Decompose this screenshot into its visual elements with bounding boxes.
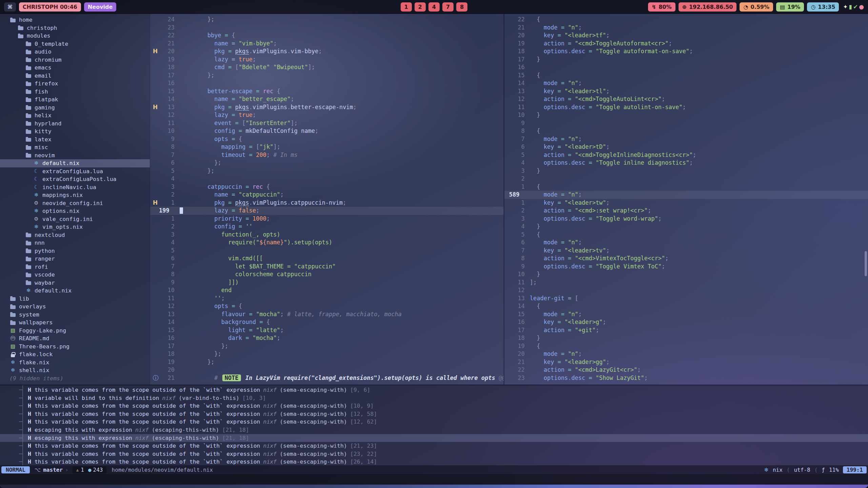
code-line[interactable]: 21 name = "vim-bbye";: [150, 40, 504, 48]
tree-file[interactable]: ❄mappings.nix: [0, 191, 150, 199]
tree-folder[interactable]: kitty: [0, 127, 150, 136]
tree-file[interactable]: ⓜREADME.md: [0, 334, 150, 343]
code-line[interactable]: 20 mode = "n";: [504, 350, 868, 358]
app-badge[interactable]: Neovide: [84, 2, 116, 12]
code-line[interactable]: 7 let $BAT_THEME = "catppuccin": [150, 263, 504, 271]
code-line[interactable]: 9: [504, 119, 868, 127]
code-line[interactable]: 14 mode = "n";: [504, 79, 868, 87]
code-line[interactable]: 19 action = "<cmd>ToggleAutoformat<cr>";: [504, 40, 868, 48]
tree-file[interactable]: ▨Foggy-Lake.png: [0, 327, 150, 335]
code-line[interactable]: 3 }: [504, 167, 868, 175]
code-line[interactable]: 9 opts = {: [150, 135, 504, 143]
network-widget[interactable]: ⊕192.168.86.50: [679, 2, 737, 12]
tree-folder[interactable]: python: [0, 247, 150, 255]
code-line[interactable]: 14 background = {: [150, 318, 504, 326]
tree-folder[interactable]: flatpak: [0, 96, 150, 104]
code-line[interactable]: 15 mode = "n";: [504, 310, 868, 319]
tree-folder[interactable]: overlays: [0, 303, 150, 311]
code-line[interactable]: 8 {: [504, 127, 868, 135]
code-line[interactable]: 1 priority = 1000;: [150, 215, 504, 223]
code-line[interactable]: 8 mapping = ["jk"];: [150, 143, 504, 151]
code-line[interactable]: 10 }: [504, 111, 868, 119]
scrollbar-thumb[interactable]: [865, 251, 867, 276]
tree-folder[interactable]: wallpapers: [0, 319, 150, 327]
code-line[interactable]: 15 {: [504, 72, 868, 80]
code-line[interactable]: 4 require("${name}").setup(opts): [150, 239, 504, 247]
code-line[interactable]: 2 config = '': [150, 223, 504, 231]
check-tray-icon[interactable]: ✔: [853, 3, 858, 10]
quickfix-item[interactable]: ─Hvariable will bind to this definitionn…: [0, 394, 868, 402]
code-line[interactable]: 22 action = "<cmd>LazyGit<cr>";: [504, 366, 868, 374]
tree-folder[interactable]: email: [0, 72, 150, 80]
tree-file[interactable]: ⚙vale_config.ini: [0, 215, 150, 223]
code-line[interactable]: 15 light = "latte";: [150, 326, 504, 334]
quickfix-item[interactable]: ─Hthis variable comes from the scope out…: [0, 386, 868, 394]
code-line[interactable]: 16: [150, 79, 504, 87]
code-line[interactable]: 19 lazy = true;: [150, 56, 504, 64]
tree-folder[interactable]: misc: [0, 143, 150, 151]
tree-file[interactable]: ❄default.nix: [0, 159, 150, 167]
code-line[interactable]: 10 config = mkDefaultConfig name;: [150, 127, 504, 135]
code-line[interactable]: 19 };: [150, 358, 504, 366]
cpu-widget[interactable]: ◔0.59%: [740, 2, 773, 12]
tree-file[interactable]: ❄flake.nix: [0, 359, 150, 367]
clock-widget[interactable]: ◷13:35: [807, 2, 839, 12]
code-line[interactable]: 12 action = "<cmd>ToggleAutoLint<cr>";: [504, 95, 868, 103]
tree-folder[interactable]: waybar: [0, 279, 150, 287]
code-line[interactable]: 7 timeout = 200; # In ms: [150, 151, 504, 159]
quickfix-item[interactable]: ─Hescaping this with expressionnixf(esca…: [0, 426, 868, 434]
tree-folder[interactable]: lib: [0, 295, 150, 303]
code-line[interactable]: 11 event = ["InsertEnter"];: [150, 119, 504, 127]
code-line[interactable]: 9 ]]): [150, 279, 504, 287]
code-line[interactable]: 16 dark = "mocha";: [150, 334, 504, 342]
code-line[interactable]: 5: [150, 247, 504, 255]
code-line[interactable]: 10 end: [150, 286, 504, 294]
code-line[interactable]: 18 }: [504, 334, 868, 342]
tree-file[interactable]: ☾extraConfigLuaPost.lua: [0, 175, 150, 183]
code-line[interactable]: 7 mode = "n";: [504, 135, 868, 143]
code-line[interactable]: 8 colorscheme catppuccin: [150, 270, 504, 279]
code-line[interactable]: H20 pkg = pkgs.vimPlugins.vim-bbye;: [150, 47, 504, 56]
code-line[interactable]: 5 action = "<cmd>ToggleInlineDiagnostics…: [504, 151, 868, 159]
code-line[interactable]: 199 lazy = false;: [150, 207, 504, 215]
code-line[interactable]: 1 key = "<leader>tw";: [504, 199, 868, 207]
code-line[interactable]: 1 {: [504, 183, 868, 191]
window-tab[interactable]: 4: [428, 2, 440, 12]
quickfix-item[interactable]: ─Hthis variable comes from the scope out…: [0, 458, 868, 465]
tree-folder[interactable]: fish: [0, 88, 150, 96]
code-line[interactable]: 13leader-git = [: [504, 294, 868, 303]
code-line[interactable]: 7 key = "<leader>tv";: [504, 247, 868, 255]
tree-folder[interactable]: latex: [0, 136, 150, 144]
code-line[interactable]: 15 better-escape = rec {: [150, 87, 504, 96]
tree-folder[interactable]: rofi: [0, 263, 150, 271]
tree-file[interactable]: ☾extraConfigLua.lua: [0, 167, 150, 176]
code-line[interactable]: 3 catppuccin = rec {: [150, 183, 504, 191]
code-line[interactable]: H13 pkg = pkgs.vimPlugins.better-escape-…: [150, 103, 504, 111]
code-line[interactable]: 4 options.desc = "Toggle inline diagnost…: [504, 159, 868, 167]
code-line[interactable]: 11];: [504, 279, 868, 287]
tree-file[interactable]: ❄options.nix: [0, 207, 150, 215]
tree-folder[interactable]: firefox: [0, 80, 150, 88]
window-tab[interactable]: 1: [401, 2, 412, 12]
code-line[interactable]: 17 };: [150, 72, 504, 80]
tree-folder[interactable]: gaming: [0, 104, 150, 112]
tree-file[interactable]: ❄default.nix: [0, 287, 150, 295]
code-line[interactable]: 16 key = "<leader>g";: [504, 318, 868, 326]
tree-file[interactable]: ❄shell.nix: [0, 366, 150, 374]
code-line[interactable]: 14 {: [504, 302, 868, 310]
quickfix-item[interactable]: ─Hthis variable comes from the scope out…: [0, 418, 868, 426]
code-line[interactable]: 10 }: [504, 270, 868, 279]
quickfix-item[interactable]: ─Hescaping this with expressionnixf(esca…: [0, 434, 868, 442]
code-line[interactable]: 12 lazy = true;: [150, 111, 504, 119]
code-line[interactable]: 4 }: [504, 223, 868, 231]
quickfix-item[interactable]: ─Hthis variable comes from the scope out…: [0, 402, 868, 410]
code-line[interactable]: 4: [150, 175, 504, 183]
code-line[interactable]: 17 }: [504, 56, 868, 64]
code-line[interactable]: 20: [150, 366, 504, 374]
code-line[interactable]: 21 mode = "n";: [504, 24, 868, 32]
code-line[interactable]: 21 key = "<leader>gg";: [504, 358, 868, 366]
tree-folder[interactable]: helix: [0, 111, 150, 120]
code-line[interactable]: 2 name = "catppuccin";: [150, 191, 504, 199]
code-line[interactable]: 2: [504, 175, 868, 183]
command-line[interactable]: [0, 474, 868, 485]
